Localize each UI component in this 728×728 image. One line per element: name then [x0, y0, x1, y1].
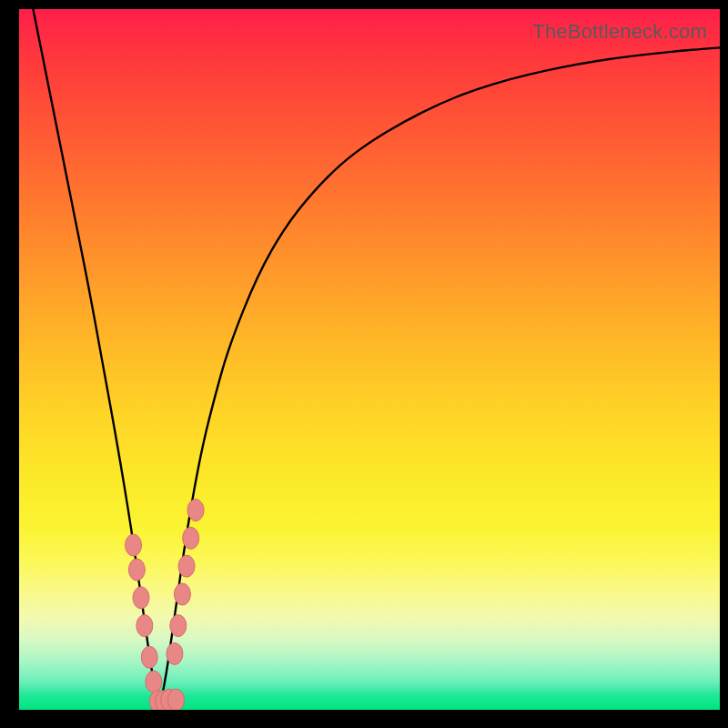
plot-area: TheBottleneck.com — [19, 9, 720, 710]
data-dot — [170, 615, 187, 637]
chart-svg — [19, 9, 720, 710]
data-dot — [126, 534, 142, 556]
data-dot — [136, 615, 153, 637]
watermark-text: TheBottleneck.com — [532, 20, 707, 44]
data-dot — [133, 587, 149, 609]
data-dot — [174, 583, 190, 605]
data-dot — [146, 671, 162, 693]
data-dot — [167, 689, 184, 710]
data-dot — [178, 555, 195, 577]
data-dot — [141, 646, 157, 668]
data-dot — [183, 527, 199, 549]
data-dot — [187, 500, 204, 521]
data-dot — [128, 559, 145, 581]
curve-segment — [159, 47, 720, 710]
chart-frame: TheBottleneck.com — [0, 0, 728, 728]
data-dot — [167, 642, 183, 664]
